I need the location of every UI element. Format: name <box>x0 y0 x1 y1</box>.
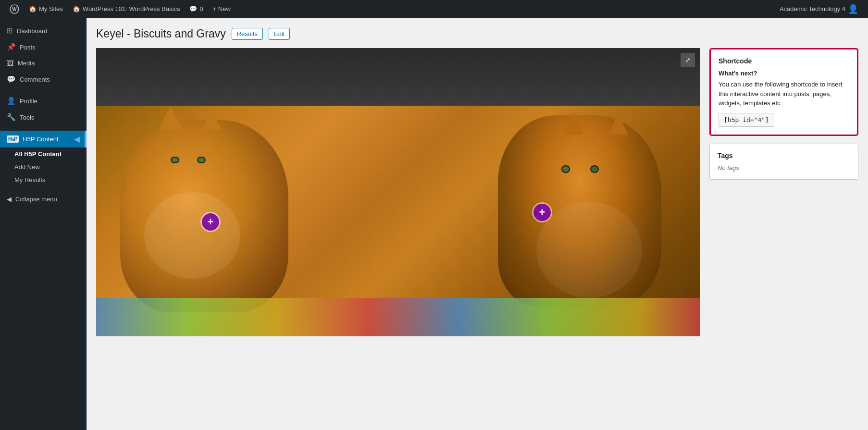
collapse-icon: ◀ <box>7 196 12 203</box>
sidebar-item-h5p[interactable]: H₅P H5P Content ◀ <box>0 131 87 147</box>
media-icon: 🖼 <box>7 59 14 67</box>
site-icon: 🏠 <box>73 5 80 12</box>
sidebar-divider-2 <box>0 128 87 128</box>
comment-icon: 💬 <box>189 5 197 12</box>
comments-icon: 💬 <box>7 75 16 84</box>
fullscreen-icon: ⤢ <box>685 56 691 64</box>
sidebar-item-tools[interactable]: 🔧 Tools <box>0 109 87 125</box>
main-layout: ⊞ Dashboard 📌 Posts 🖼 Media 💬 Comments 👤… <box>0 18 868 430</box>
hotspot-2[interactable]: + <box>533 204 551 221</box>
posts-icon: 📌 <box>7 43 16 51</box>
dashboard-icon: ⊞ <box>7 26 13 35</box>
my-sites-button[interactable]: 🏠 My Sites <box>24 0 68 18</box>
sidebar-sub-add-new[interactable]: Add New <box>0 160 87 173</box>
sidebar-sub-h5p: All H5P Content Add New My Results <box>0 147 87 186</box>
results-button[interactable]: Results <box>232 28 263 40</box>
h5p-icon: H₅P <box>7 135 19 143</box>
shortcode-value[interactable]: [h5p id="4"] <box>719 113 774 127</box>
whats-next-label: What's next? <box>719 70 849 77</box>
edit-button[interactable]: Edit <box>269 28 290 40</box>
sidebar-active-indicator: ◀ <box>74 135 80 144</box>
admin-bar: W 🏠 My Sites 🏠 WordPress 101: WordPress … <box>0 0 868 18</box>
right-panels: Shortcode What's next? You can use the f… <box>709 48 858 180</box>
page-header: Keyel - Biscuits and Gravy Results Edit <box>96 27 858 40</box>
sidebar-divider <box>0 90 87 90</box>
shortcode-description: You can use the following shortcode to i… <box>719 80 849 108</box>
no-tags-label: No tags <box>718 164 850 172</box>
sidebar-item-media[interactable]: 🖼 Media <box>0 55 87 71</box>
svg-text:W: W <box>12 7 17 12</box>
tags-panel-title: Tags <box>718 152 850 160</box>
sidebar-item-dashboard[interactable]: ⊞ Dashboard <box>0 23 87 39</box>
shortcode-panel: Shortcode What's next? You can use the f… <box>709 48 858 136</box>
sidebar-item-profile[interactable]: 👤 Profile <box>0 93 87 109</box>
sidebar-sub-my-results[interactable]: My Results <box>0 173 87 186</box>
h5p-content-area: ⤢ + + <box>96 48 700 336</box>
collapse-menu-button[interactable]: ◀ Collapse menu <box>0 192 87 207</box>
hotspot-2-icon: + <box>539 206 546 219</box>
wp-logo-button[interactable]: W <box>5 0 24 18</box>
content-area: Keyel - Biscuits and Gravy Results Edit <box>87 18 868 430</box>
page-title: Keyel - Biscuits and Gravy <box>96 27 226 40</box>
profile-icon: 👤 <box>7 97 16 105</box>
fullscreen-button[interactable]: ⤢ <box>681 53 695 67</box>
tags-panel: Tags No tags <box>709 144 858 180</box>
sidebar-item-posts[interactable]: 📌 Posts <box>0 39 87 55</box>
sidebar-sub-all-h5p[interactable]: All H5P Content <box>0 147 87 160</box>
shortcode-panel-title: Shortcode <box>719 57 849 65</box>
sidebar-divider-3 <box>0 189 87 189</box>
home-icon: 🏠 <box>29 5 37 12</box>
hotspot-1[interactable]: + <box>202 213 219 231</box>
user-account-button[interactable]: Academic Technology 4 👤 <box>775 4 863 14</box>
hotspot-1-icon: + <box>208 216 214 228</box>
sidebar: ⊞ Dashboard 📌 Posts 🖼 Media 💬 Comments 👤… <box>0 18 87 430</box>
content-body: ⤢ + + Shortcode What's next <box>96 48 858 336</box>
site-name-button[interactable]: 🏠 WordPress 101: WordPress Basics <box>68 0 185 18</box>
user-avatar-icon: 👤 <box>848 4 858 14</box>
tools-icon: 🔧 <box>7 113 16 122</box>
sidebar-item-comments[interactable]: 💬 Comments <box>0 71 87 87</box>
comments-button[interactable]: 💬 0 <box>185 0 208 18</box>
new-content-button[interactable]: + New <box>208 0 236 18</box>
